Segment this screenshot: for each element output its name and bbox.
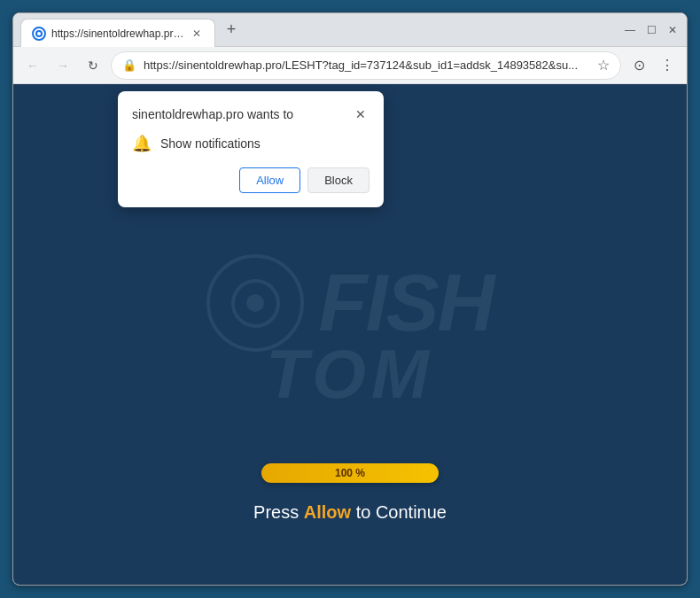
popup-header: sinentoldrewhap.pro wants to ✕ [132,105,369,123]
browser-window: https://sinentoldrewhap.pro/LES: ✕ + — ☐… [12,12,688,586]
new-tab-button[interactable]: + [219,18,244,43]
close-button[interactable]: ✕ [665,23,680,37]
popup-title: sinentoldrewhap.pro wants to [132,107,293,121]
press-text-after: to Continue [351,502,447,522]
progress-bar: 100 % [261,463,439,483]
press-allow-text: Press Allow to Continue [253,502,447,523]
press-text-before: Press [253,502,304,522]
forward-button[interactable]: → [51,53,75,78]
progress-container: 100 % [261,463,439,483]
menu-icon[interactable]: ⋮ [655,53,680,78]
toolbar-icons: ⊙ ⋮ [626,53,680,78]
minimize-button[interactable]: — [623,23,637,37]
tab-title: https://sinentoldrewhap.pro/LES: [51,27,184,40]
tab-close-button[interactable]: ✕ [190,27,204,41]
popup-close-button[interactable]: ✕ [352,105,369,123]
popup-buttons: Allow Block [132,167,369,193]
page-content: FISH TOM 100 % Press Allow to Continue s… [13,84,687,585]
maximize-button[interactable]: ☐ [644,23,658,37]
bookmark-icon[interactable]: ☆ [597,57,610,74]
popup-permission-row: 🔔 Show notifications [132,134,369,153]
lock-icon: 🔒 [122,58,136,72]
permission-label: Show notifications [160,136,261,151]
title-bar: https://sinentoldrewhap.pro/LES: ✕ + — ☐… [13,13,687,47]
block-button[interactable]: Block [307,167,369,193]
allow-button[interactable]: Allow [239,167,300,193]
url-text: https://sinentoldrewhap.pro/LESHT?tag_id… [144,58,590,72]
profile-icon[interactable]: ⊙ [626,53,651,78]
active-tab[interactable]: https://sinentoldrewhap.pro/LES: ✕ [20,19,215,47]
refresh-button[interactable]: ↻ [81,53,105,78]
window-controls: — ☐ ✕ [623,23,680,37]
allow-highlight-word: Allow [304,502,351,522]
progress-text: 100 % [335,467,365,479]
back-button[interactable]: ← [20,53,45,78]
permission-popup: sinentoldrewhap.pro wants to ✕ 🔔 Show no… [118,91,384,207]
tab-favicon [32,27,46,41]
url-bar[interactable]: 🔒 https://sinentoldrewhap.pro/LESHT?tag_… [111,51,621,80]
address-bar: ← → ↻ 🔒 https://sinentoldrewhap.pro/LESH… [13,47,687,84]
bell-icon: 🔔 [132,134,152,153]
tab-area: https://sinentoldrewhap.pro/LES: ✕ + [20,13,612,46]
